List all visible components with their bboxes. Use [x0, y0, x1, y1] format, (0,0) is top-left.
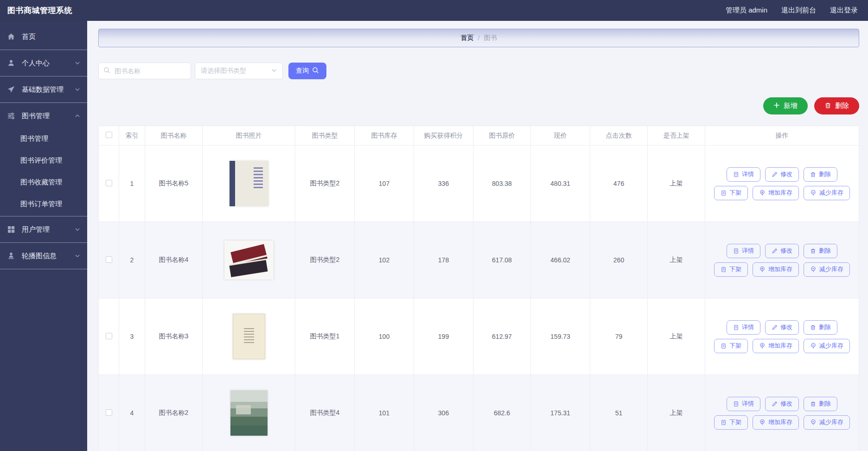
- cell-status: 上架: [648, 299, 705, 375]
- query-button[interactable]: 查询: [288, 63, 326, 79]
- book-type-select[interactable]: 请选择图书类型: [195, 63, 283, 79]
- sidebar-item-label: 基础数据管理: [22, 85, 64, 94]
- sidebar-item-book-management[interactable]: 图书管理: [0, 104, 87, 128]
- user-icon: [7, 59, 15, 67]
- query-button-label: 查询: [296, 67, 309, 75]
- cell-current-price: 480.31: [531, 146, 590, 222]
- sidebar-subitem-book-order-manage[interactable]: 图书订单管理: [0, 193, 87, 215]
- detail-button-label: 详情: [742, 400, 754, 408]
- table-row: 4 图书名称2 图书类型4 101 306 682.6 175.31 51 上架…: [99, 375, 859, 451]
- cell-index: 1: [119, 146, 145, 222]
- reduce-stock-button-label: 减少库存: [819, 418, 843, 426]
- row-delete-button-label: 删除: [819, 323, 831, 331]
- book-cover-image: [230, 161, 268, 206]
- cell-original-price: 682.6: [473, 375, 531, 451]
- cell-status: 上架: [648, 146, 705, 222]
- detail-button[interactable]: 详情: [727, 320, 760, 335]
- sidebar-subitem-book-review-manage[interactable]: 图书评价管理: [0, 150, 87, 172]
- row-delete-button[interactable]: 删除: [804, 320, 837, 335]
- plus-icon: [773, 102, 780, 110]
- cell-book-name: 图书名称3: [145, 299, 203, 375]
- row-checkbox[interactable]: [106, 409, 112, 416]
- book-name-input[interactable]: [114, 67, 186, 75]
- sidebar-item-personal-center[interactable]: 个人中心: [0, 51, 87, 75]
- row-checkbox[interactable]: [106, 256, 112, 263]
- column-header: 点击次数: [590, 126, 648, 146]
- chevron-down-icon: [75, 253, 80, 259]
- off-shelf-button-label: 下架: [729, 189, 741, 197]
- logout-link[interactable]: 退出登录: [830, 6, 858, 15]
- sidebar-item-base-data[interactable]: 基础数据管理: [0, 77, 87, 102]
- detail-button[interactable]: 详情: [727, 167, 760, 182]
- column-header: 现价: [531, 126, 590, 146]
- cell-status: 上架: [648, 222, 705, 299]
- delete-button-label: 删除: [835, 102, 849, 110]
- sidebar-item-label: 首页: [22, 32, 36, 41]
- edit-button-label: 修改: [780, 170, 792, 178]
- sidebar-item-carousel-info[interactable]: 轮播图信息: [0, 244, 87, 268]
- off-shelf-button[interactable]: 下架: [714, 339, 748, 353]
- table-header-row: 索引 图书名称 图书照片 图书类型 图书库存 购买获得积分 图书原价 现价 点击…: [99, 126, 859, 146]
- row-delete-button[interactable]: 删除: [804, 397, 837, 411]
- add-stock-button[interactable]: 增加库存: [753, 339, 799, 353]
- detail-button-label: 详情: [742, 170, 754, 178]
- add-stock-button[interactable]: 增加库存: [753, 262, 799, 277]
- sidebar-item-home[interactable]: 首页: [0, 25, 87, 49]
- column-header: 图书照片: [203, 126, 295, 146]
- detail-button[interactable]: 详情: [727, 397, 760, 411]
- off-shelf-button[interactable]: 下架: [714, 186, 748, 200]
- column-header: 图书名称: [145, 126, 203, 146]
- select-placeholder: 请选择图书类型: [201, 67, 246, 75]
- reduce-stock-button[interactable]: 减少库存: [804, 262, 850, 277]
- cell-status: 上架: [648, 375, 705, 451]
- edit-button[interactable]: 修改: [765, 244, 799, 258]
- row-checkbox[interactable]: [106, 333, 112, 339]
- cell-current-price: 159.73: [531, 299, 590, 375]
- edit-button-label: 修改: [780, 400, 792, 408]
- row-delete-button-label: 删除: [819, 400, 831, 408]
- delete-button[interactable]: 删除: [814, 97, 859, 114]
- add-button[interactable]: 新增: [763, 97, 808, 114]
- chevron-down-icon: [75, 60, 80, 66]
- sliders-icon: [7, 112, 15, 120]
- sidebar-subitem-book-manage[interactable]: 图书管理: [0, 128, 87, 150]
- off-shelf-button-label: 下架: [729, 418, 741, 426]
- sidebar: 首页 个人中心 基础数据管理: [0, 21, 87, 451]
- book-cover-image: [224, 241, 274, 279]
- cell-stock: 100: [355, 299, 414, 375]
- exit-to-front-link[interactable]: 退出到前台: [781, 6, 816, 15]
- sidebar-divider: [0, 242, 87, 243]
- reduce-stock-button[interactable]: 减少库存: [804, 339, 850, 353]
- sidebar-item-user-management[interactable]: 用户管理: [0, 217, 87, 241]
- add-stock-button[interactable]: 增加库存: [753, 186, 799, 200]
- row-checkbox[interactable]: [106, 180, 112, 186]
- sidebar-item-label: 个人中心: [22, 59, 50, 68]
- cell-points: 336: [414, 146, 473, 222]
- off-shelf-button-label: 下架: [729, 342, 741, 350]
- row-actions: 详情 修改 删除 下架 增加库存 减少库存: [705, 397, 859, 430]
- column-header: 索引: [119, 126, 145, 146]
- chevron-up-icon: [75, 113, 80, 119]
- cell-points: 199: [414, 299, 473, 375]
- cell-original-price: 803.38: [473, 146, 531, 222]
- off-shelf-button[interactable]: 下架: [714, 262, 748, 277]
- off-shelf-button[interactable]: 下架: [714, 415, 748, 430]
- cell-clicks: 51: [590, 375, 648, 451]
- edit-button[interactable]: 修改: [765, 320, 799, 335]
- row-delete-button[interactable]: 删除: [804, 167, 837, 182]
- add-stock-button[interactable]: 增加库存: [753, 415, 799, 430]
- sidebar-subitem-book-favorite-manage[interactable]: 图书收藏管理: [0, 172, 87, 193]
- reduce-stock-button[interactable]: 减少库存: [804, 415, 850, 430]
- detail-button[interactable]: 详情: [727, 244, 760, 258]
- sidebar-divider: [0, 76, 87, 76]
- edit-button[interactable]: 修改: [765, 397, 799, 411]
- detail-button-label: 详情: [742, 247, 754, 255]
- edit-button[interactable]: 修改: [765, 167, 799, 182]
- breadcrumb-home[interactable]: 首页: [461, 34, 474, 42]
- reduce-stock-button[interactable]: 减少库存: [804, 186, 850, 200]
- book-cover-image: [233, 314, 265, 359]
- row-delete-button[interactable]: 删除: [804, 244, 837, 258]
- search-icon: [103, 67, 110, 76]
- select-all-checkbox[interactable]: [106, 132, 112, 138]
- book-cover-image: [230, 390, 268, 436]
